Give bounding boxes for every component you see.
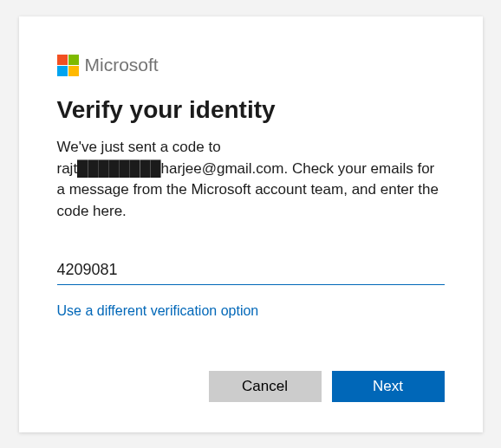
logo-square-tl xyxy=(57,55,68,65)
page-title: Verify your identity xyxy=(57,95,445,125)
logo-square-tr xyxy=(68,55,79,65)
cancel-button[interactable]: Cancel xyxy=(209,371,322,402)
instruction-text: We've just sent a code to rajt████████ha… xyxy=(57,137,445,223)
code-input-wrap xyxy=(57,256,445,285)
next-button[interactable]: Next xyxy=(332,371,445,402)
microsoft-logo-icon xyxy=(57,55,79,76)
dialog-actions: Cancel Next xyxy=(209,371,445,402)
verification-code-input[interactable] xyxy=(57,256,445,285)
brand-header: Microsoft xyxy=(57,55,445,76)
logo-square-br xyxy=(68,66,79,76)
verify-identity-dialog: Microsoft Verify your identity We've jus… xyxy=(19,16,483,432)
different-verification-link[interactable]: Use a different verification option xyxy=(57,303,259,319)
logo-square-bl xyxy=(57,66,68,76)
brand-name: Microsoft xyxy=(85,55,159,75)
